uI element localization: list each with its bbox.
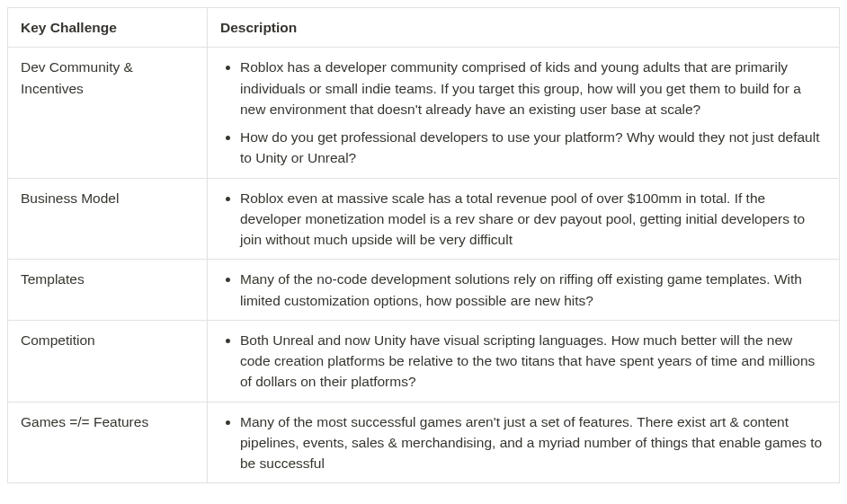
challenges-table: Key Challenge Description Dev Community … — [7, 7, 840, 483]
table-row: Dev Community & Incentives Roblox has a … — [8, 48, 840, 178]
description-cell: Roblox has a developer community compris… — [208, 48, 840, 178]
list-item: Many of the no-code development solution… — [240, 269, 826, 311]
challenge-cell: Dev Community & Incentives — [8, 48, 208, 178]
challenge-cell: Templates — [8, 260, 208, 321]
bullet-list: Both Unreal and now Unity have visual sc… — [220, 330, 826, 393]
description-cell: Roblox even at massive scale has a total… — [208, 178, 840, 260]
challenge-cell: Games =/= Features — [8, 402, 208, 483]
header-description: Description — [208, 8, 840, 48]
bullet-list: Many of the no-code development solution… — [220, 269, 826, 311]
bullet-list: Roblox has a developer community compris… — [220, 57, 826, 168]
bullet-list: Roblox even at massive scale has a total… — [220, 188, 826, 251]
table-row: Competition Both Unreal and now Unity ha… — [8, 320, 840, 402]
list-item: How do you get professional developers t… — [240, 127, 826, 169]
list-item: Many of the most successful games aren't… — [240, 411, 826, 474]
list-item: Roblox has a developer community compris… — [240, 57, 826, 119]
challenge-cell: Business Model — [8, 178, 208, 260]
table-row: Games =/= Features Many of the most succ… — [8, 402, 840, 483]
description-cell: Many of the no-code development solution… — [208, 260, 840, 321]
table-body: Dev Community & Incentives Roblox has a … — [8, 48, 840, 483]
bullet-list: Many of the most successful games aren't… — [220, 411, 826, 474]
challenge-cell: Competition — [8, 320, 208, 402]
list-item: Both Unreal and now Unity have visual sc… — [240, 330, 826, 393]
table-header-row: Key Challenge Description — [8, 8, 840, 48]
table-row: Templates Many of the no-code developmen… — [8, 260, 840, 321]
table-row: Business Model Roblox even at massive sc… — [8, 178, 840, 260]
description-cell: Both Unreal and now Unity have visual sc… — [208, 320, 840, 402]
header-key-challenge: Key Challenge — [8, 8, 208, 48]
list-item: Roblox even at massive scale has a total… — [240, 188, 826, 251]
description-cell: Many of the most successful games aren't… — [208, 402, 840, 483]
